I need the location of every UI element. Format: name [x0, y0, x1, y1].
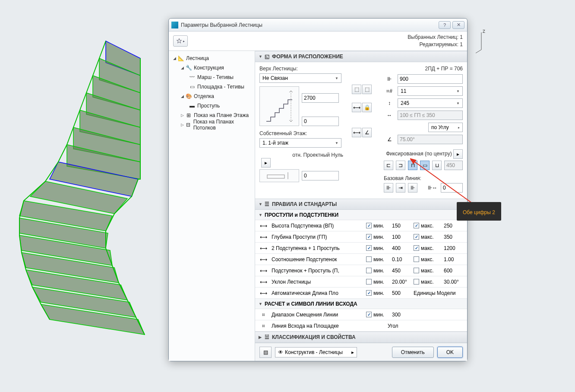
align-1-icon[interactable]: ⊏ [384, 161, 393, 170]
top-select[interactable]: Не Связан▼ [259, 73, 341, 83]
close-button[interactable]: ✕ [452, 21, 464, 29]
rule-icon: ⟷ [257, 268, 270, 274]
rule-row: ⌗Линия Всхода на ПлощадкеУгол [255, 320, 467, 332]
going-display: 100 ≤ ГП ≤ 350 [398, 111, 463, 120]
min-label: мин. [373, 223, 384, 229]
angle-display: 75.00° [398, 135, 463, 144]
rule-min-checkbox[interactable] [366, 279, 372, 285]
baseline-3-icon[interactable]: ⊪ [408, 183, 417, 193]
own-story-select[interactable]: 1. 1-й этаж▼ [259, 138, 341, 148]
tree-construction[interactable]: ◢🔧Конструкция [169, 63, 255, 73]
angle-icon: ∠ [384, 136, 395, 142]
rule-row: ⌗Диапазон Смещения Линиимин.300 [255, 309, 467, 320]
rule-min-value: 300 [392, 312, 414, 318]
rule-min-value: 500 [392, 290, 414, 296]
annotation-tooltip: Обе цифры 2 [457, 202, 501, 221]
tree-march[interactable]: 〰Марш - Тетивы [169, 73, 255, 82]
tree-finish[interactable]: ◢🎨Отделка [169, 92, 255, 101]
rule-max-value: 600 [444, 268, 465, 274]
dialog-title: Параметры Выбранной Лестницы [181, 22, 437, 28]
top-label: Верх Лестницы: [259, 66, 346, 72]
rule-icon: ⌗ [257, 323, 270, 329]
ref-arrow-icon[interactable]: ▸ [261, 158, 271, 168]
rule-icon: ⟷ [257, 279, 270, 285]
align-4-icon[interactable]: ▭ [420, 161, 430, 170]
rule-max-checkbox[interactable] [414, 234, 419, 240]
rule-min-checkbox[interactable] [366, 256, 372, 262]
max-label: макс. [421, 223, 434, 229]
align-2-icon[interactable]: ⊐ [396, 161, 405, 170]
rule-min-checkbox[interactable] [366, 268, 372, 273]
rule-row: ⟷Автоматическая Длина Пломин.500Единицы … [255, 288, 467, 299]
riser-select[interactable]: 245▼ [398, 98, 463, 108]
rule-max-checkbox[interactable] [414, 223, 419, 228]
tree-landing[interactable]: ▭Площадка - Тетивы [169, 82, 255, 92]
min-label: мин. [373, 245, 384, 251]
rule-icon: ⟷ [257, 290, 270, 296]
fixed-arrow-icon[interactable]: ▸ [453, 149, 463, 159]
dim-h-icon[interactable]: ⟷ [352, 103, 361, 112]
ref-input[interactable]: 0 [302, 171, 339, 180]
rule-row: ⟷Уклон Лестницымин.20.00°макс.30.00° [255, 276, 467, 288]
section-rules-header[interactable]: ▼☰ПРАВИЛА И СТАНДАРТЫ [255, 199, 467, 210]
steps-select[interactable]: 11▼ [398, 86, 463, 96]
rule-max-checkbox[interactable] [414, 268, 419, 273]
ok-button[interactable]: OK [437, 347, 463, 358]
rule-value: Угол [388, 323, 465, 329]
rule-name: Высота Подступенка (ВП) [270, 223, 366, 229]
rule-max-checkbox[interactable] [414, 256, 419, 262]
baseline-input[interactable]: 0 [441, 183, 463, 193]
base-input[interactable]: 0 [302, 117, 339, 126]
baseline-2-icon[interactable]: ⇥ [396, 183, 405, 193]
rule-min-checkbox[interactable] [366, 245, 372, 251]
tree-ceilingplan[interactable]: ▷⊟Показ на Планах Потолков [169, 120, 255, 130]
dim-angle-icon[interactable]: ∠ [362, 128, 372, 137]
max-label: макс. [421, 234, 434, 240]
favorites-button[interactable]: ▸ [173, 35, 188, 47]
rule-max-value: 350 [444, 234, 465, 240]
width-icon: ⊪ [384, 76, 395, 82]
dim-b-icon[interactable]: ⟷ [352, 128, 361, 137]
app-logo-icon [171, 22, 178, 28]
rule-row: ⟷Подступенок + Проступь (П,мин.450макс.6… [255, 265, 467, 276]
rule-max-checkbox[interactable] [414, 245, 419, 251]
baseline-label: Базовая Линия: [384, 175, 463, 181]
svg-rect-19 [267, 175, 284, 178]
rule-min-checkbox[interactable] [366, 290, 372, 296]
cancel-button[interactable]: Отменить [392, 347, 434, 358]
baseline-1-icon[interactable]: ⊪ [384, 183, 393, 193]
stair-3d-preview [6, 32, 166, 343]
help-button[interactable]: ? [439, 21, 451, 29]
layer-icon[interactable]: ▤ [259, 347, 272, 358]
section-form-header[interactable]: ▼◱ФОРМА И РАСПОЛОЖЕНИЕ [255, 51, 467, 62]
rule-icon: ⌗ [257, 312, 270, 318]
sub-walkline[interactable]: ▼РАСЧЕТ и СИМВОЛ ЛИНИИ ВСХОДА [255, 299, 467, 309]
align-3-icon[interactable]: ⊓ [408, 161, 417, 170]
dim-lock-icon[interactable]: 🔒 [362, 103, 372, 112]
min-label: мин. [373, 256, 384, 262]
sub-treads-risers[interactable]: ▼ПРОСТУПИ и ПОДСТУПЕНКИ [255, 210, 467, 220]
rule-name: Уклон Лестницы [270, 279, 366, 285]
rule-min-checkbox[interactable] [366, 234, 372, 240]
link-top-icon[interactable]: ⬚ [352, 85, 361, 94]
section-classification-header[interactable]: ▶☱КЛАССИФИКАЦИЯ И СВОЙСТВА [255, 332, 467, 343]
rule-row: ⟷2 Подступенка + 1 Проступьмин.400макс.1… [255, 243, 467, 254]
rule-units: Единицы Модели [414, 290, 465, 296]
angle-mode-select[interactable]: по Углу▸ [428, 123, 463, 132]
rule-max-checkbox[interactable] [414, 279, 419, 285]
align-5-icon[interactable]: ⊔ [432, 161, 442, 170]
selection-info: Выбранных Лестниц: 1 Редактируемых: 1 [408, 34, 463, 48]
height-input[interactable]: 2700 [302, 93, 339, 103]
layer-select[interactable]: 👁Конструктив - Лестницы▸ [275, 347, 357, 357]
width-input[interactable]: 900 [398, 74, 463, 84]
tree-tread[interactable]: ▬Проступь [169, 101, 255, 111]
max-label: макс. [421, 256, 434, 262]
tree-stair[interactable]: ◢📐Лестница [169, 54, 255, 63]
link-bot-icon[interactable]: ⬚ [362, 85, 372, 94]
axis-indicator: z [475, 28, 488, 55]
rule-min-checkbox[interactable] [366, 223, 372, 228]
max-label: макс. [421, 279, 434, 285]
going-icon: ↔ [384, 112, 395, 118]
rule-icon: ⟷ [257, 234, 270, 240]
rule-min-checkbox[interactable] [366, 312, 372, 317]
